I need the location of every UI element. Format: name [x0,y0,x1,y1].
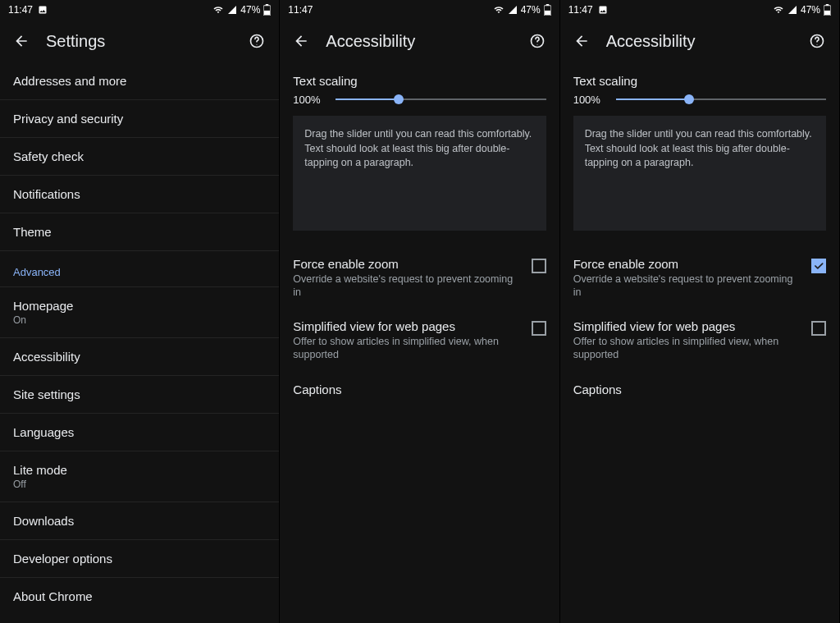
wifi-icon [773,5,784,15]
text-preview: Drag the slider until you can read this … [573,116,826,231]
wifi-icon [212,5,224,15]
setting-sub: Override a website's request to prevent … [293,273,521,300]
help-icon [249,33,265,49]
item-captions[interactable]: Captions [560,371,839,408]
item-homepage[interactable]: Homepage On [0,287,279,338]
item-theme[interactable]: Theme [0,213,279,251]
setting-sub: Offer to show articles in simplified vie… [293,335,521,362]
text-scaling-slider[interactable] [336,91,546,108]
item-label: Downloads [13,514,74,528]
signal-icon [788,5,797,15]
screen-accessibility-checked: 11:47 47% Accessibility Text scaling 100… [560,0,840,623]
help-button[interactable] [808,32,826,50]
arrow-back-icon [13,33,30,49]
slider-thumb[interactable] [394,94,404,104]
svg-rect-6 [546,4,549,6]
checkbox-simplified-view[interactable] [811,321,826,336]
item-label: Addresses and more [13,74,126,88]
item-label: About Chrome [13,589,93,603]
item-label: Lite mode [13,463,266,477]
item-label: Site settings [13,387,80,401]
item-sub: On [13,314,266,326]
help-icon [809,33,825,49]
section-advanced: Advanced [0,251,279,287]
item-label: Safety check [13,149,84,163]
item-developer-options[interactable]: Developer options [0,540,279,578]
text-scaling-value: 100% [573,94,606,106]
item-accessibility[interactable]: Accessibility [0,338,279,376]
item-label: Accessibility [13,350,80,364]
svg-rect-2 [264,11,270,15]
slider-fill [616,98,690,100]
slider-fill [336,98,399,100]
checkbox-force-zoom[interactable] [532,259,546,273]
battery-icon [263,4,271,16]
item-site-settings[interactable]: Site settings [0,376,279,414]
item-privacy[interactable]: Privacy and security [0,100,279,138]
item-label: Theme [13,225,52,239]
item-downloads[interactable]: Downloads [0,502,279,540]
checkbox-simplified-view[interactable] [532,321,546,336]
image-icon [38,5,48,15]
svg-rect-7 [545,11,550,15]
status-time: 11:47 [288,4,313,16]
image-icon [598,5,608,15]
setting-title: Force enable zoom [293,257,521,271]
text-scaling-label: Text scaling [560,62,839,89]
help-icon [529,33,546,49]
back-button[interactable] [573,33,590,49]
svg-point-4 [257,44,258,45]
item-lite-mode[interactable]: Lite mode Off [0,451,279,502]
text-scaling-slider[interactable] [616,91,826,108]
setting-title: Simplified view for web pages [573,319,801,333]
item-notifications[interactable]: Notifications [0,176,279,213]
status-bar: 11:47 47% [280,0,559,20]
item-captions[interactable]: Captions [280,371,559,408]
battery-icon [544,4,551,16]
checkbox-force-zoom[interactable] [811,259,826,273]
text-scaling-value: 100% [293,94,326,106]
back-button[interactable] [293,33,309,49]
item-about-chrome[interactable]: About Chrome [0,578,279,615]
item-addresses[interactable]: Addresses and more [0,62,279,100]
screen-accessibility-unchecked: 11:47 47% Accessibility Text scaling 100… [280,0,559,623]
status-bar: 11:47 47% [560,0,839,20]
svg-point-9 [536,44,537,45]
setting-simplified-view[interactable]: Simplified view for web pages Offer to s… [560,309,839,372]
help-button[interactable] [528,32,546,50]
page-title: Settings [46,32,231,51]
app-bar: Accessibility [280,20,559,62]
status-time: 11:47 [568,4,593,16]
arrow-back-icon [293,33,309,49]
status-battery: 47% [801,4,820,16]
setting-sub: Offer to show articles in simplified vie… [573,335,801,362]
setting-simplified-view[interactable]: Simplified view for web pages Offer to s… [280,309,559,372]
svg-rect-1 [266,4,269,6]
help-button[interactable] [248,32,266,50]
item-label: Privacy and security [13,112,123,126]
item-label: Notifications [13,187,80,201]
item-label: Homepage [13,299,266,313]
text-scaling-row: 100% [560,89,839,116]
wifi-icon [493,5,504,15]
battery-icon [824,4,831,16]
svg-rect-11 [826,4,829,6]
app-bar: Accessibility [560,20,839,62]
arrow-back-icon [573,33,590,49]
setting-sub: Override a website's request to prevent … [573,273,801,300]
setting-title: Simplified view for web pages [293,319,521,333]
text-scaling-row: 100% [280,89,559,116]
app-bar: Settings [0,20,279,62]
item-label: Developer options [13,552,112,566]
slider-thumb[interactable] [684,94,694,104]
setting-force-zoom[interactable]: Force enable zoom Override a website's r… [280,247,559,309]
item-safety-check[interactable]: Safety check [0,138,279,176]
page-title: Accessibility [606,32,792,51]
item-sub: Off [13,479,266,490]
signal-icon [508,5,518,15]
svg-point-14 [816,44,817,45]
status-battery: 47% [521,4,541,16]
back-button[interactable] [13,33,30,49]
item-languages[interactable]: Languages [0,414,279,451]
setting-force-zoom[interactable]: Force enable zoom Override a website's r… [560,247,839,309]
